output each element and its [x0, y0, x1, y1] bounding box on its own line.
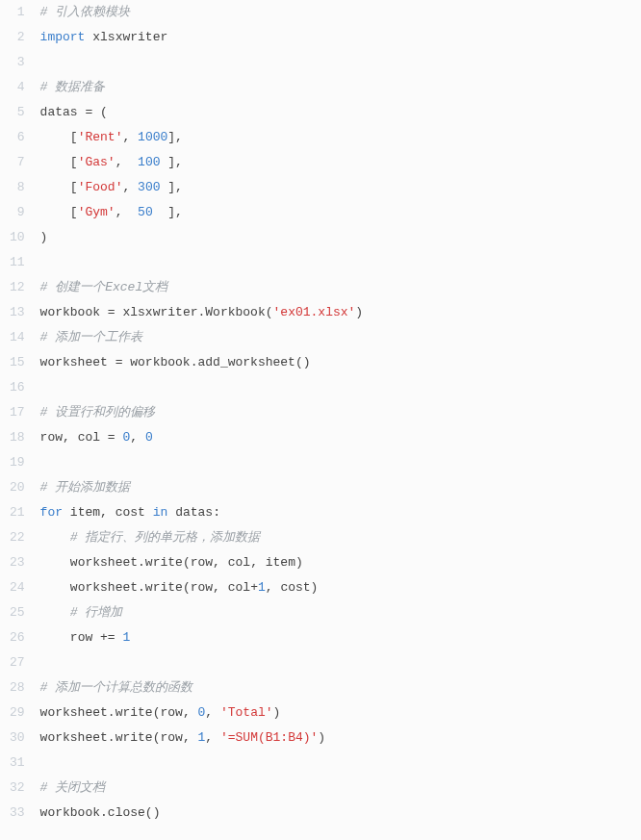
line-number: 14: [10, 325, 25, 350]
code-token: cost: [280, 580, 310, 595]
code-token: 'Gym': [78, 205, 115, 219]
line-number: 22: [10, 525, 25, 550]
code-token: in: [153, 505, 168, 520]
code-line: import xlsxwriter: [40, 25, 641, 50]
code-token: row: [40, 430, 63, 445]
code-token: .: [138, 580, 145, 595]
code-token: (: [266, 305, 273, 319]
code-token: 'Rent': [78, 130, 123, 144]
code-token: ,: [100, 505, 108, 520]
code-token: ,: [266, 580, 273, 595]
code-line: # 数据准备: [40, 75, 641, 100]
code-token: workbook: [130, 355, 190, 369]
code-token: datas: [40, 105, 78, 119]
code-line: ['Gas', 100 ],: [40, 150, 641, 175]
code-token: [145, 505, 153, 520]
code-token: .: [100, 805, 108, 820]
line-number: 2: [10, 25, 25, 50]
line-number: 1: [10, 0, 25, 25]
line-number: 29: [10, 700, 25, 725]
code-token: # 数据准备: [40, 80, 106, 94]
line-number: 17: [10, 400, 25, 425]
code-token: +: [250, 580, 258, 595]
code-token: col: [78, 430, 100, 445]
line-number: 8: [10, 175, 25, 200]
line-number: 3: [10, 50, 25, 75]
line-number: 16: [10, 375, 25, 400]
code-token: (: [183, 555, 191, 570]
code-line: # 行增加: [40, 600, 641, 625]
code-token: [92, 630, 100, 645]
code-token: ,: [250, 555, 258, 570]
code-token: ): [318, 730, 325, 745]
code-line: worksheet.write(row, 0, 'Total'): [40, 700, 641, 725]
code-token: ,: [183, 730, 191, 745]
code-token: [: [70, 180, 78, 194]
code-token: # 引入依赖模块: [40, 5, 131, 19]
code-token: for: [40, 505, 63, 520]
code-token: workbook: [40, 805, 100, 820]
code-line: ): [40, 225, 641, 250]
code-token: 'Gas': [78, 155, 115, 169]
code-line: # 设置行和列的偏移: [40, 400, 641, 425]
code-token: [100, 305, 108, 319]
code-line: row, col = 0, 0: [40, 425, 641, 450]
code-token: ,: [213, 580, 220, 595]
code-token: =: [108, 430, 115, 445]
code-line: [40, 250, 641, 275]
code-token: ]: [167, 180, 175, 194]
code-token: 300: [138, 180, 160, 194]
code-token: workbook: [40, 305, 100, 319]
code-line: worksheet.write(row, 1, '=SUM(B1:B4)'): [40, 725, 641, 751]
code-line: [40, 375, 641, 400]
code-token: ]: [167, 155, 175, 169]
code-line: ['Rent', 1000],: [40, 125, 641, 150]
code-token: ,: [175, 130, 183, 144]
code-token: # 添加一个工作表: [40, 330, 143, 344]
code-token: [: [70, 130, 78, 144]
code-token: close: [108, 805, 145, 820]
line-number: 18: [10, 425, 25, 450]
code-token: [100, 430, 108, 445]
code-token: row: [191, 580, 213, 595]
code-token: [63, 505, 70, 520]
code-line: [40, 50, 641, 75]
code-token: write: [145, 580, 183, 595]
code-token: ): [311, 580, 319, 595]
code-token: write: [115, 730, 153, 745]
code-token: (: [100, 105, 108, 119]
code-token: import: [40, 30, 86, 44]
code-token: [258, 555, 266, 570]
code-token: =: [108, 305, 115, 319]
code-token: row: [160, 730, 182, 745]
line-number: 11: [10, 250, 25, 275]
code-token: [92, 105, 100, 119]
code-token: [108, 355, 115, 369]
code-token: [40, 205, 70, 219]
code-token: ,: [205, 705, 213, 720]
code-content: # 引入依赖模块import xlsxwriter# 数据准备datas = (…: [37, 0, 641, 826]
code-line: worksheet = workbook.add_worksheet(): [40, 350, 641, 375]
code-line: # 添加一个计算总数的函数: [40, 675, 641, 700]
code-token: [213, 705, 220, 720]
line-number: 23: [10, 550, 25, 575]
line-number: 27: [10, 650, 25, 675]
code-token: [108, 505, 115, 520]
code-token: ): [295, 555, 303, 570]
code-token: [167, 505, 175, 520]
code-token: worksheet: [40, 705, 108, 720]
code-token: worksheet: [70, 555, 138, 570]
code-token: 0: [145, 430, 153, 445]
code-token: ]: [167, 205, 175, 219]
code-token: [40, 605, 70, 620]
code-token: col: [228, 580, 250, 595]
code-token: .: [108, 730, 115, 745]
code-line: # 指定行、列的单元格，添加数据: [40, 525, 641, 550]
code-token: '=SUM(B1:B4)': [220, 730, 318, 745]
code-token: .: [191, 355, 198, 369]
code-token: write: [145, 555, 183, 570]
code-token: [40, 580, 70, 595]
code-token: item: [266, 555, 295, 570]
code-token: # 开始添加数据: [40, 480, 131, 495]
code-token: [70, 430, 78, 445]
